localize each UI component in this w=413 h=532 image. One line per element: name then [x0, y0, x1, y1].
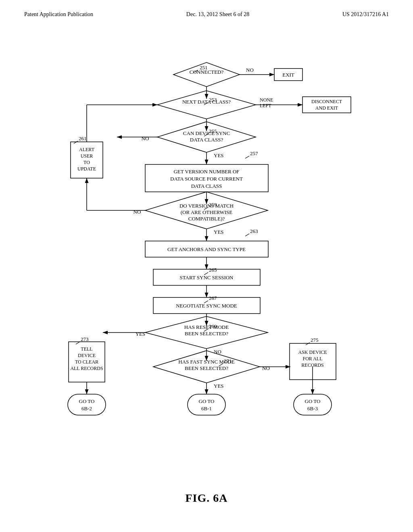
alert-label3: TO [83, 160, 90, 165]
has-reset-label1: HAS RESET MODE [184, 324, 229, 330]
go-to-6b1-box [188, 394, 225, 415]
alert-label1: ALERT [79, 147, 95, 152]
can-device-sync-label2: DATA CLASS? [190, 137, 223, 143]
ask-device-label1: ASK DEVICE [298, 349, 327, 355]
versions-yes-label: YES [214, 229, 224, 235]
svg-line-12 [76, 342, 80, 344]
has-reset-label2: BEEN SELECTED? [185, 330, 228, 337]
none-left-label2: LEFT [260, 103, 271, 108]
header-right: US 2012/317216 A1 [342, 11, 389, 18]
fig-label: FIG. 6A [186, 492, 228, 505]
ref-265: 265 [209, 267, 217, 273]
flowchart-svg: 251 CONNECTED? NO EXIT 253 NEXT DATA CLA… [0, 52, 413, 496]
negotiate-sync-label: NEGOTIATE SYNC MODE [176, 303, 237, 309]
go-to-6b1-label1: GO TO [199, 398, 215, 404]
do-versions-label2: (OR ARE OTHERWISE [181, 209, 233, 215]
diagram-container: 251 CONNECTED? NO EXIT 253 NEXT DATA CLA… [0, 52, 413, 496]
alert-label2: USER [81, 153, 93, 159]
none-left-label: NONE [260, 97, 273, 103]
go-to-6b2-box [68, 394, 106, 415]
fast-sync-no-label: NO [262, 365, 270, 371]
ask-device-label2: FOR ALL [302, 356, 322, 362]
go-to-6b2-label2: 6B-2 [81, 405, 92, 411]
next-data-class-label: NEXT DATA CLASS? [182, 99, 231, 105]
go-to-6b1-label2: 6B-1 [201, 405, 212, 411]
get-anchors-label: GET ANCHORS AND SYNC TYPE [167, 246, 246, 252]
connected-no-label: NO [246, 67, 254, 73]
alert-label4: UPDATE [77, 166, 96, 172]
svg-line-6 [245, 156, 249, 158]
connected-label: CONNECTED? [190, 69, 224, 75]
disconnect-label2: AND EXIT [315, 105, 338, 111]
ref-275: 275 [311, 337, 319, 343]
svg-line-5 [74, 141, 78, 143]
start-sync-label: START SYNC SESSION [179, 274, 234, 281]
disconnect-label1: DISCONNECT [311, 99, 342, 104]
svg-line-14 [306, 343, 310, 345]
get-version-label1: GET VERSION NUMBER OF [173, 168, 239, 175]
get-version-label3: DATA CLASS [191, 183, 222, 189]
go-to-6b3-label2: 6B-3 [307, 405, 318, 411]
do-versions-label3: COMPATIBLE)? [188, 216, 225, 222]
go-to-6b3-label1: GO TO [305, 398, 321, 404]
tell-device-label2: DEVICE [78, 353, 96, 358]
tell-device-label4: ALL RECORDS [70, 366, 103, 371]
page-header: Patent Application Publication Dec. 13, … [0, 0, 413, 18]
versions-no-label: NO [133, 209, 141, 215]
go-to-6b3-box [294, 394, 332, 415]
ref-263: 263 [250, 228, 258, 234]
get-version-label2: DATA SOURCE FOR CURRENT [170, 176, 243, 182]
exit-label: EXIT [282, 72, 294, 78]
header-middle: Dec. 13, 2012 Sheet 6 of 28 [186, 11, 249, 18]
go-to-6b2-label1: GO TO [79, 398, 95, 404]
do-versions-label1: DO VERSIONS MATCH [179, 203, 234, 209]
fast-sync-yes-label: YES [214, 383, 224, 389]
has-fast-label2: BEEN SELECTED? [185, 365, 228, 371]
can-device-sync-label1: CAN DEVICE SYNC [183, 130, 230, 136]
ref-267: 267 [209, 295, 217, 301]
svg-line-8 [245, 234, 249, 236]
ref-273: 273 [81, 336, 89, 342]
has-fast-label1: HAS FAST SYNC MODE [178, 359, 234, 365]
header-left: Patent Application Publication [24, 11, 93, 18]
can-device-yes-label: YES [214, 152, 224, 158]
reset-yes-label: YES [136, 331, 146, 337]
ref-257: 257 [250, 150, 258, 156]
tell-device-label1: TELL [81, 346, 92, 352]
tell-device-label3: TO CLEAR [75, 359, 98, 365]
can-device-no-label: NO [142, 135, 149, 141]
ref-261: 261 [79, 135, 87, 141]
